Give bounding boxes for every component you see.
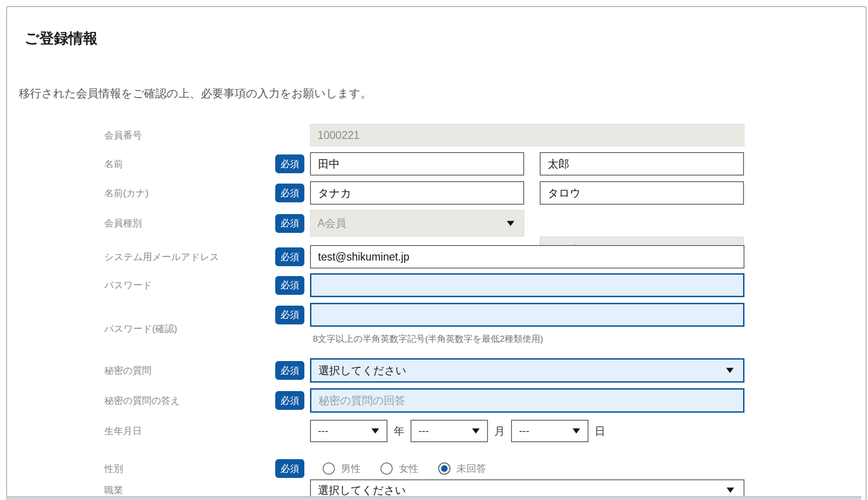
row-name: 名前 必須 (7, 152, 866, 176)
registration-panel: ご登録情報 移行された会員情報をご確認の上、必要事項の入力をお願いします。 会員… (6, 6, 867, 500)
required-badge: 必須 (275, 184, 304, 202)
email-input[interactable] (310, 245, 744, 269)
row-member-type: 会員種別 必須 A会員 登録済み (7, 210, 866, 237)
row-gender: 性別 必須 男性 女性 未回答 (7, 454, 866, 483)
email-label: システム用メールアドレス (104, 245, 219, 269)
occupation-value: 選択してください (318, 483, 406, 498)
member-type-label: 会員種別 (104, 210, 142, 237)
dropdown-arrow-icon (726, 368, 734, 373)
required-badge: 必須 (275, 214, 304, 233)
dropdown-arrow-icon (573, 429, 580, 434)
gender-option-label: 女性 (399, 462, 418, 475)
dropdown-arrow-icon (472, 429, 480, 434)
gender-radio-female[interactable]: 女性 (380, 462, 418, 475)
password-confirm-input[interactable] (310, 303, 744, 327)
password-input[interactable] (310, 273, 744, 297)
row-password: パスワード 必須 (7, 273, 866, 297)
year-unit-label: 年 (394, 424, 404, 438)
gender-label: 性別 (104, 454, 123, 483)
row-secret-answer: 秘密の質問の答え 必須 (7, 388, 866, 413)
secret-answer-input[interactable] (310, 388, 744, 413)
gender-option-label: 男性 (341, 462, 361, 475)
last-name-input[interactable] (310, 152, 524, 176)
month-unit-label: 月 (494, 424, 505, 438)
member-type-value: A会員 (318, 216, 346, 231)
required-badge: 必須 (275, 306, 304, 324)
day-unit-label: 日 (595, 424, 605, 438)
member-type-select: A会員 (310, 210, 524, 237)
required-badge: 必須 (275, 276, 304, 295)
bottom-divider (7, 496, 861, 500)
row-name-kana: 名前(カナ) 必須 (7, 181, 866, 205)
dropdown-arrow-icon (507, 221, 514, 226)
row-password-confirm: パスワード(確認) 必須 (7, 303, 866, 327)
radio-icon (438, 462, 450, 475)
secret-question-select[interactable]: 選択してください (310, 358, 744, 383)
name-kana-label: 名前(カナ) (104, 181, 148, 205)
first-name-input[interactable] (540, 152, 744, 176)
birth-year-value: --- (318, 425, 328, 437)
secret-question-value: 選択してください (318, 363, 406, 378)
last-name-kana-input[interactable] (310, 181, 524, 205)
secret-question-label: 秘密の質問 (104, 358, 151, 383)
name-label: 名前 (104, 152, 123, 176)
required-badge: 必須 (275, 247, 304, 266)
password-confirm-label: パスワード(確認) (104, 303, 177, 341)
row-birthday: 生年月日 --- 年 --- 月 --- 日 (7, 419, 866, 443)
row-secret-question: 秘密の質問 必須 選択してください (7, 358, 866, 383)
secret-answer-label: 秘密の質問の答え (104, 388, 180, 413)
member-number-input (310, 124, 744, 146)
required-badge: 必須 (275, 459, 304, 478)
radio-icon (323, 462, 335, 475)
birth-day-value: --- (519, 425, 529, 437)
gender-radio-noanswer[interactable]: 未回答 (438, 462, 486, 475)
password-label: パスワード (104, 273, 152, 297)
birth-month-select[interactable]: --- (411, 420, 488, 442)
gender-radio-male[interactable]: 男性 (323, 462, 361, 475)
page-title: ご登録情報 (24, 29, 98, 48)
gender-option-label: 未回答 (457, 462, 486, 475)
radio-icon (380, 462, 393, 475)
birth-month-value: --- (418, 425, 429, 437)
required-badge: 必須 (275, 361, 304, 380)
member-number-label: 会員番号 (104, 124, 142, 146)
required-badge: 必須 (275, 154, 304, 173)
required-badge: 必須 (275, 391, 304, 410)
birth-day-select[interactable]: --- (511, 420, 589, 442)
birth-year-select[interactable]: --- (310, 420, 388, 442)
page-subtitle: 移行された会員情報をご確認の上、必要事項の入力をお願いします。 (19, 86, 372, 101)
dropdown-arrow-icon (727, 488, 734, 493)
password-hint: 8文字以上の半角英数字記号(半角英数字を最低2種類使用) (313, 333, 543, 345)
first-name-kana-input[interactable] (540, 181, 744, 205)
row-member-number: 会員番号 (7, 124, 866, 146)
dropdown-arrow-icon (372, 429, 379, 434)
row-email: システム用メールアドレス 必須 (7, 245, 866, 269)
birthday-label: 生年月日 (104, 419, 142, 443)
